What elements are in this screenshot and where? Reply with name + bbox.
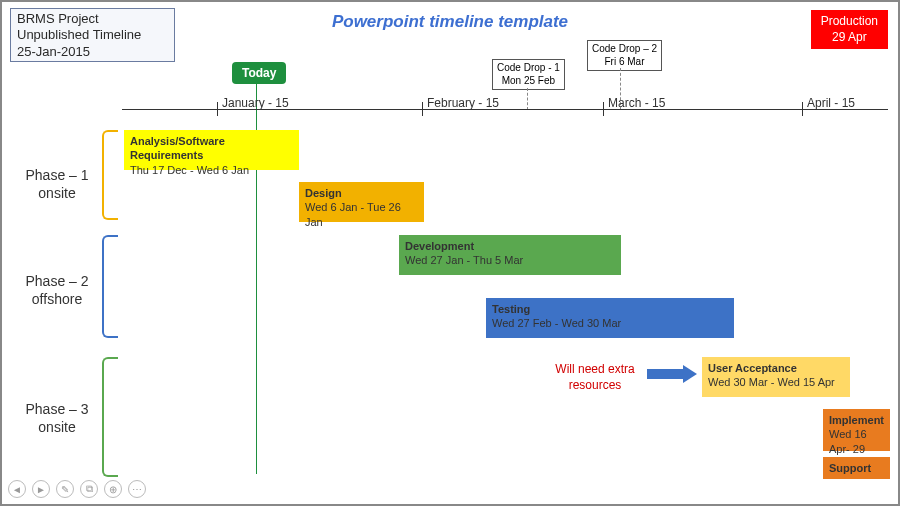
arrow-icon [647, 365, 697, 383]
phase-2-label: Phase – 2 offshore [17, 272, 97, 308]
bar-implement: Implement Wed 16 Apr- 29 Apr [823, 409, 890, 451]
phase-3-label: Phase – 3 onsite [17, 400, 97, 436]
phase-2-bracket [102, 235, 118, 338]
bar-analysis: Analysis/Software Requirements Thu 17 De… [124, 130, 299, 170]
month-jan: January - 15 [222, 96, 289, 110]
bar-development: Development Wed 27 Jan - Thu 5 Mar [399, 235, 621, 275]
bar-testing: Testing Wed 27 Feb - Wed 30 Mar [486, 298, 734, 338]
callout-line-1 [527, 88, 528, 110]
month-mar: March - 15 [608, 96, 665, 110]
bar-support: Support [823, 457, 890, 479]
copy-icon[interactable]: ⧉ [80, 480, 98, 498]
more-icon[interactable]: ⋯ [128, 480, 146, 498]
project-date: 25-Jan-2015 [17, 44, 168, 60]
today-marker: Today [232, 62, 286, 84]
next-icon[interactable]: ► [32, 480, 50, 498]
production-date: 29 Apr [821, 30, 878, 46]
footer-toolbar: ◄ ► ✎ ⧉ ⊕ ⋯ [8, 480, 146, 498]
zoom-icon[interactable]: ⊕ [104, 480, 122, 498]
production-label: Production [821, 14, 878, 30]
phase-1-bracket [102, 130, 118, 220]
tick-mar [603, 102, 604, 116]
phase-1-label: Phase – 1 onsite [17, 166, 97, 202]
bar-user-acceptance: User Acceptance Wed 30 Mar - Wed 15 Apr [702, 357, 850, 397]
phase-3-bracket [102, 357, 118, 477]
bar-design: Design Wed 6 Jan - Tue 26 Jan [299, 182, 424, 222]
edit-icon[interactable]: ✎ [56, 480, 74, 498]
page-title: Powerpoint timeline template [2, 12, 898, 32]
callout-code-drop-2: Code Drop – 2 Fri 6 Mar [587, 40, 662, 71]
tick-jan [217, 102, 218, 116]
tick-feb [422, 102, 423, 116]
month-feb: February - 15 [427, 96, 499, 110]
production-badge: Production 29 Apr [811, 10, 888, 49]
month-apr: April - 15 [807, 96, 855, 110]
resource-note: Will need extra resources [545, 362, 645, 393]
tick-apr [802, 102, 803, 116]
callout-code-drop-1: Code Drop - 1 Mon 25 Feb [492, 59, 565, 90]
prev-icon[interactable]: ◄ [8, 480, 26, 498]
